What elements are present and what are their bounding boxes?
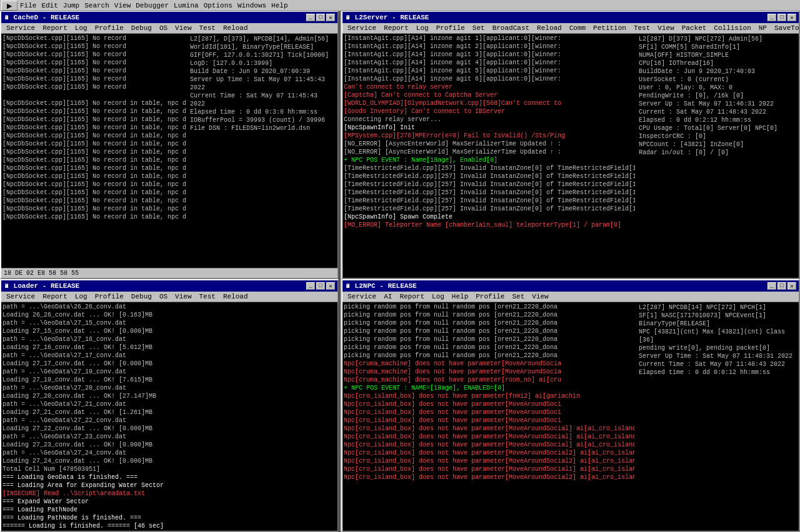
loader-maximize[interactable]: □ (316, 282, 325, 290)
log-line: [NpcDbSocket.cpp][1165] No record in tab… (2, 124, 186, 132)
menu-np[interactable]: NP (755, 24, 771, 32)
cached-title-bar[interactable]: 🖥 CacheD - RELEASE _ □ ✕ (1, 12, 338, 23)
status-text: 18 DE 02 E8 58 58 55 (4, 270, 79, 277)
menu-profile[interactable]: Profile (91, 24, 128, 32)
log-line: Can't connect to relay server (344, 83, 635, 91)
log-line: picking random pos from null random pos … (344, 335, 635, 343)
log-line: Loading 27_16_conv.dat ... OK! [5.012]MB (2, 343, 336, 352)
log-line: Loading 27_20_conv.dat ... OK! [27.147]M… (2, 392, 336, 400)
l2npc-minimize[interactable]: _ (768, 282, 776, 290)
log-line: Total Cell Num [478503951] (2, 465, 336, 473)
menu-log[interactable]: Log (71, 24, 91, 32)
log-line: [InstantAgit.cpp][A14] inzone agit 3][ap… (344, 51, 635, 59)
log-line: Npc[cro_island_box] does not have parame… (344, 457, 635, 465)
menu-profile[interactable]: Profile (472, 292, 508, 301)
menu-view[interactable]: View (171, 24, 195, 32)
menu-profile[interactable]: Profile (91, 292, 128, 301)
l2npc-window: 🖥 L2NPC - RELEASE _ □ ✕ Service AI Repor… (341, 279, 800, 532)
log-line: Npc[cro_island_box] does not have parame… (344, 416, 635, 425)
menu-view[interactable]: View (654, 24, 678, 32)
menu-reload[interactable]: Reload (219, 24, 252, 32)
menu-log[interactable]: Log (412, 24, 432, 32)
menu-log[interactable]: Log (428, 292, 448, 301)
menu-ai[interactable]: AI (380, 292, 396, 301)
menu-service[interactable]: Service (2, 24, 39, 32)
loader-title-bar[interactable]: 🖥 Loader - RELEASE _ □ ✕ (1, 280, 338, 292)
log-line: picking random pos from null random pos … (344, 303, 635, 311)
menu-packet[interactable]: Packet (678, 24, 711, 32)
info-line: Elapsed : 0 dd 0:2:12 hh:mm:ss (639, 116, 796, 124)
menu-report[interactable]: Report (380, 24, 412, 32)
menu-petition[interactable]: Petition (589, 24, 630, 32)
l2npc-info-panel: L2[287] NPCDB[14] NPC[272] NPCH[1] SF[1]… (636, 302, 799, 531)
menu-test[interactable]: Test (630, 24, 654, 32)
l2npc-close[interactable]: ✕ (788, 282, 796, 290)
l2server-close[interactable]: ✕ (788, 14, 796, 21)
menu-test[interactable]: Test (195, 24, 219, 32)
l2npc-maximize[interactable]: □ (778, 282, 786, 290)
log-line (2, 91, 186, 99)
menu-log[interactable]: Log (71, 292, 91, 301)
log-line: Npc[cro_island_box] does not have parame… (344, 441, 635, 449)
menu-report[interactable]: Report (396, 292, 428, 301)
info-line: CPU[16] IOThread[16] (639, 59, 796, 67)
log-line: [TimeRestrictedField.cpp][257] Invalid I… (344, 189, 635, 197)
menu-profile[interactable]: Profile (432, 24, 469, 32)
log-line: path = ...\GeoData\27_24_conv.dat (2, 449, 336, 457)
info-line: L2[287] D[373] NPC[272] Admin[56] (639, 35, 796, 43)
menu-help[interactable]: Help (448, 292, 472, 301)
log-line: path = ...\GeoData\27_17_conv.dat (2, 352, 336, 360)
taskbar-start[interactable]: ▶ (1, 1, 18, 11)
l2server-minimize[interactable]: _ (768, 14, 776, 21)
cached-maximize[interactable]: □ (316, 14, 325, 21)
log-line: path = ...\GeoData\27_22_conv.dat (2, 416, 336, 425)
menu-report[interactable]: Report (39, 292, 71, 301)
cached-close[interactable]: ✕ (326, 14, 335, 21)
log-line: [InstantAgit.cpp][A14] inzone agit 1][ap… (344, 34, 635, 42)
menu-savetodb[interactable]: SaveToDB (771, 24, 799, 32)
log-line: path = ...\GeoData\27_23_conv.dat (2, 433, 336, 441)
menu-report[interactable]: Report (39, 24, 71, 32)
menu-service[interactable]: Service (2, 292, 39, 301)
l2server-title-bar[interactable]: 🖥 L2Server - RELEASE _ □ ✕ (342, 12, 799, 23)
log-line: [TimeRestrictedField.cpp][257] Invalid I… (344, 172, 635, 180)
menu-set[interactable]: Set (508, 292, 528, 301)
menu-set[interactable]: Set (469, 24, 489, 32)
log-line: [NpcSpawnInfo] Spawn Complete (344, 213, 635, 221)
log-line: Loading 27_15_conv.dat ... OK! [0.000]MB (2, 327, 336, 335)
log-line: picking random pos from null random pos … (344, 327, 635, 335)
taskbar-jump: Jump (63, 2, 79, 9)
menu-view[interactable]: View (171, 292, 195, 301)
cached-minimize[interactable]: _ (306, 14, 315, 21)
info-line: Radar in/out : [0] / [0] (639, 149, 796, 157)
log-line: path = ...\GeoData\27_16_conv.dat (2, 335, 336, 343)
l2server-title: 🖥 L2Server - RELEASE (345, 14, 429, 21)
info-line: pending write[0], pending packet[0] (639, 344, 796, 352)
menu-test[interactable]: Test (195, 292, 219, 301)
log-line: Loading 27_21_conv.dat ... OK! [1.261]MB (2, 408, 336, 416)
log-line: [InstantAgit.cpp][A14] inzone agit 4][ap… (344, 59, 635, 67)
menu-debug[interactable]: Debug (128, 24, 156, 32)
menu-debug[interactable]: Debug (128, 292, 156, 301)
log-line: picking random pos from null random pos … (344, 343, 635, 352)
menu-os[interactable]: OS (156, 292, 171, 301)
log-line: [NpcDbSocket.cpp][1165] No record in tab… (2, 189, 186, 197)
loader-close[interactable]: ✕ (326, 282, 335, 290)
log-line: Npc[cro_island_box] does not have parame… (344, 433, 635, 441)
menu-view[interactable]: View (528, 292, 552, 301)
menu-service[interactable]: Service (344, 24, 380, 32)
menu-comm[interactable]: Comm (566, 24, 589, 32)
menu-collision[interactable]: Collision (710, 24, 754, 32)
taskbar-windows: Windows (238, 2, 266, 9)
info-line: Build Date : Jun 9 2020_07:00:39 (190, 67, 335, 76)
menu-service[interactable]: Service (344, 292, 380, 301)
menu-reload[interactable]: Reload (219, 292, 252, 301)
l2server-maximize[interactable]: □ (778, 14, 786, 21)
menu-broadcast[interactable]: BroadCast (489, 24, 533, 32)
loader-minimize[interactable]: _ (306, 282, 315, 290)
menu-reload[interactable]: Reload (533, 24, 566, 32)
log-line: Npc[cro_island_box] does not have parame… (344, 408, 635, 416)
info-line: Server Up Time : Sat May 07 11:45:43 202… (190, 76, 335, 92)
l2npc-title-bar[interactable]: 🖥 L2NPC - RELEASE _ □ ✕ (342, 280, 799, 292)
menu-os[interactable]: OS (156, 24, 171, 32)
